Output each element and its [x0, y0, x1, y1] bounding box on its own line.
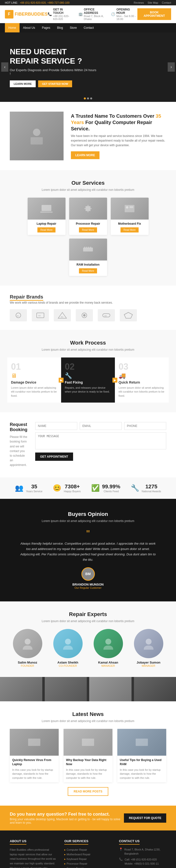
booking-section: Request Booking Please fill the booking … [0, 412, 176, 477]
nav-home[interactable]: Home [5, 23, 20, 32]
footer-service-2[interactable]: Keyboard Repair [64, 857, 111, 861]
contact-title: GET IN TOUCH [53, 8, 74, 14]
hero-dot-3[interactable] [90, 97, 92, 99]
service-title-2: Motherboard Fix [113, 222, 147, 225]
hours-title: OPENING HOUR [116, 8, 137, 14]
services-section: Our Services Lorem ipsum dolor sit amet … [0, 170, 176, 286]
reviews-link[interactable]: Reviews [134, 1, 144, 4]
expert-img-2 [94, 629, 123, 658]
expert-name-1: Aslam Sheikh [50, 661, 85, 664]
svg-point-24 [83, 314, 85, 316]
stats-section: 👥 35 Years Service 😊 7308+ Happy Buyers … [0, 477, 176, 499]
service-btn-1[interactable]: Read More [79, 227, 97, 232]
booking-description: Please fill the booking form and we will… [10, 435, 28, 467]
svg-rect-33 [82, 739, 94, 746]
footer-service-1[interactable]: Motherboard Repair [64, 852, 111, 857]
nav-blog[interactable]: Blog [53, 23, 66, 32]
expert-card-3: Jobayer Sumon MANAGER [131, 629, 166, 667]
svg-point-31 [146, 639, 152, 645]
nav-about[interactable]: About Us [20, 23, 39, 32]
news-text-1: In this case you look for by startup dam… [66, 768, 110, 780]
stat-years-label: Years Service [26, 490, 42, 493]
footer-services-title: OUR SERVICES [64, 839, 88, 845]
expert-role-2: MANAGER [91, 664, 126, 667]
footer-about-title: ABOUT US [10, 839, 26, 845]
logo-text: FIBERBUDDIES [15, 12, 48, 17]
news-title-1: Why Backup Your Data Right Now [66, 758, 110, 766]
step-arrow-1: ▶ [59, 378, 64, 382]
experts-title: Repair Experts [7, 611, 169, 618]
stat-buyers-num: 7308+ [64, 484, 81, 490]
sitemap-link[interactable]: Site Map [148, 1, 158, 4]
footer-address-text: Road 7, Block A, Dhaka-1230, Bangladesh [124, 847, 166, 856]
name-input[interactable] [35, 422, 77, 430]
hero-dot-1[interactable] [84, 97, 86, 99]
work-step-2: 02 🔧 Fast Fixing Repairs, and releases y… [61, 358, 115, 403]
step-desc-3: Lorem ipsum dolor sit amet adipiscing el… [119, 386, 165, 398]
stat-clients: ✅ 99.99% Clients Feed [91, 484, 121, 493]
hero-content: NEED URGENT REPAIR SERVICE ? Our Experts… [10, 47, 98, 87]
svg-rect-15 [88, 247, 89, 248]
latest-news-section: Latest News Lorem ipsum dolor sit amet a… [0, 701, 176, 806]
service-btn-3[interactable]: Read More [79, 268, 97, 273]
news-text-0: In this case you look for by startup dam… [12, 768, 56, 780]
top-bar-right[interactable]: Reviews Site Map Contact [134, 1, 171, 4]
brand-icon-5: B5 [98, 309, 115, 321]
navigation[interactable]: Home About Us Pages Blog Store Contact [0, 23, 176, 32]
footer-address: 📍 Road 7, Block A, Dhaka-1230, Banglades… [119, 847, 166, 856]
svg-text:B3: B3 [61, 316, 63, 318]
opinion-title: Buyers Opinion [10, 511, 166, 517]
about-image [10, 112, 64, 160]
footer-services-list: Computer Repair Motherboard Repair Keybo… [64, 847, 111, 868]
footer-service-0[interactable]: Computer Repair [64, 847, 111, 852]
brand-icon-1: B1 [10, 309, 27, 321]
svg-rect-8 [87, 211, 89, 212]
expert-name-2: Kamal Ahsan [91, 661, 126, 664]
hero-buttons: LEARN MORE GET STARTED NOW [10, 81, 98, 87]
years-icon: 👥 [15, 484, 23, 492]
svg-rect-1 [30, 137, 43, 145]
work-process-sub: Lorem ipsum dolor sit amet adipiscing el… [7, 348, 169, 351]
nav-contact[interactable]: Contact [80, 23, 97, 32]
message-input[interactable] [35, 432, 166, 450]
news-sub: Lorem ipsum dolor sit amet adipiscing el… [7, 719, 169, 723]
nav-store[interactable]: Store [66, 23, 80, 32]
tool-img-2 [45, 677, 87, 701]
about-learn-more-button[interactable]: LEARN MORE [71, 151, 100, 159]
stat-buyers-label: Happy Buyers [64, 490, 81, 493]
logo: F FIBERBUDDIES [5, 10, 48, 19]
header: F FIBERBUDDIES 📞 GET IN TOUCH +88 (01) 8… [0, 5, 176, 23]
hero-prev-arrow[interactable]: ‹ [1, 62, 8, 72]
clients-icon: ✅ [91, 484, 100, 492]
service-card-laptop: Laptop Repair Read More [28, 198, 66, 235]
service-img-laptop [28, 198, 66, 220]
nav-pages[interactable]: Pages [39, 23, 53, 32]
service-card-motherboard: Motherboard Fix Read More [111, 198, 149, 235]
svg-rect-5 [84, 208, 85, 209]
news-img-2 [117, 729, 166, 756]
svg-point-30 [105, 639, 111, 645]
footer-service-4[interactable]: Screen Repair [64, 866, 111, 868]
book-appointment-button[interactable]: BOOK APPOINTMENT [137, 8, 171, 20]
learn-more-button[interactable]: LEARN MORE [10, 81, 36, 87]
expert-img-0 [13, 629, 42, 658]
get-started-button[interactable]: GET STARTED NOW [38, 81, 72, 87]
request-quote-button[interactable]: REQUEST FOR QUOTE [124, 813, 166, 823]
footer-service-3[interactable]: Processor Repair [64, 861, 111, 866]
contact-link[interactable]: Contact [162, 1, 171, 4]
expert-card-0: Salim Munoz FOUNDER [10, 629, 45, 667]
email-input[interactable] [80, 422, 122, 430]
get-appointment-button[interactable]: GET APPOINTMENT [35, 453, 73, 461]
service-btn-2[interactable]: Read More [121, 227, 139, 232]
step-icon-2: 🔧 [65, 372, 111, 379]
svg-point-10 [126, 206, 128, 209]
repair-brands-title: Repair Brands [10, 294, 166, 300]
hero-dot-2[interactable] [87, 97, 89, 99]
about-text: A Trusted Name To Customers Over 35 Year… [71, 113, 166, 159]
service-btn-0[interactable]: Read More [37, 227, 55, 232]
step-desc-1: Lorem ipsum dolor sit amet adipiscing el… [11, 386, 57, 398]
phone-input[interactable] [124, 422, 166, 430]
step-icon-1: 🖥 [11, 372, 57, 379]
read-more-posts-button[interactable]: READ MORE POSTS [68, 787, 108, 796]
hero-next-arrow[interactable]: › [168, 62, 175, 72]
